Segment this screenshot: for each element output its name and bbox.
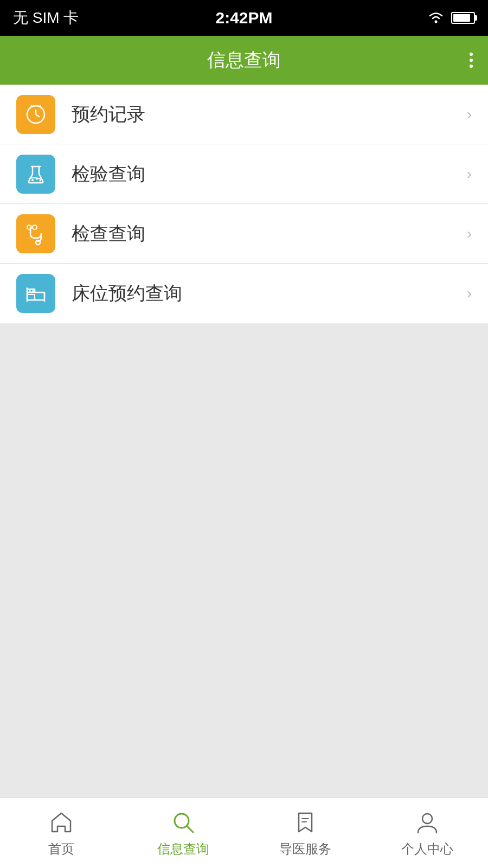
nav-info-label: 信息查询 xyxy=(157,840,209,858)
bed-icon-wrapper xyxy=(16,274,55,313)
chevron-icon: › xyxy=(467,106,472,123)
nav-profile-label: 个人中心 xyxy=(401,840,453,858)
nav-item-profile[interactable]: 个人中心 xyxy=(366,809,488,858)
bottom-nav: 首页 信息查询 导医服务 个人中心 xyxy=(0,797,488,868)
battery-icon xyxy=(451,12,475,24)
svg-point-5 xyxy=(36,178,38,180)
nav-item-guide[interactable]: 导医服务 xyxy=(244,809,366,858)
content-area xyxy=(0,323,488,797)
svg-point-14 xyxy=(422,814,432,824)
nav-item-info[interactable]: 信息查询 xyxy=(122,809,244,858)
dot1 xyxy=(470,53,473,56)
lab-label: 检验查询 xyxy=(72,162,467,187)
lab-icon xyxy=(24,162,48,186)
carrier-label: 无 SIM 卡 xyxy=(13,8,79,28)
time-label: 2:42PM xyxy=(215,9,272,27)
menu-item-appointment[interactable]: 预约记录 › xyxy=(0,85,488,144)
chevron-icon: › xyxy=(467,165,472,183)
menu-item-examination[interactable]: 检查查询 › xyxy=(0,204,488,264)
nav-home-label: 首页 xyxy=(48,840,74,858)
svg-rect-10 xyxy=(27,292,44,300)
menu-item-bed[interactable]: 床位预约查询 › xyxy=(0,264,488,323)
home-icon xyxy=(48,809,75,836)
stethoscope-icon xyxy=(24,222,48,246)
appointment-icon-wrapper xyxy=(16,95,55,134)
svg-point-3 xyxy=(39,105,41,107)
svg-point-12 xyxy=(30,289,33,292)
appointment-label: 预约记录 xyxy=(72,102,467,127)
menu-item-lab[interactable]: 检验查询 › xyxy=(0,144,488,204)
clock-icon xyxy=(24,103,48,126)
svg-point-2 xyxy=(30,105,33,107)
header: 信息查询 xyxy=(0,36,488,85)
person-icon xyxy=(414,809,441,836)
page-title: 信息查询 xyxy=(207,48,281,73)
wifi-icon xyxy=(427,11,445,24)
svg-point-0 xyxy=(435,21,438,23)
chevron-icon: › xyxy=(467,285,472,302)
menu-list: 预约记录 › 检验查询 › xyxy=(0,85,488,323)
dot2 xyxy=(470,59,473,62)
svg-point-4 xyxy=(31,179,34,181)
bed-icon xyxy=(24,282,48,305)
nav-guide-label: 导医服务 xyxy=(279,840,331,858)
status-icons xyxy=(427,11,475,24)
svg-point-6 xyxy=(40,180,41,181)
more-menu-button[interactable] xyxy=(470,53,473,68)
bed-label: 床位预约查询 xyxy=(72,281,467,306)
dot3 xyxy=(470,65,473,68)
svg-point-7 xyxy=(36,240,40,245)
bookmark-icon xyxy=(292,809,319,836)
nav-item-home[interactable]: 首页 xyxy=(0,809,122,858)
examination-icon-wrapper xyxy=(16,214,55,253)
lab-icon-wrapper xyxy=(16,155,55,194)
chevron-icon: › xyxy=(467,225,472,242)
examination-label: 检查查询 xyxy=(72,221,467,246)
svg-point-9 xyxy=(33,225,37,229)
svg-rect-11 xyxy=(27,295,35,300)
status-bar: 无 SIM 卡 2:42PM xyxy=(0,0,488,36)
search-icon xyxy=(170,809,197,836)
